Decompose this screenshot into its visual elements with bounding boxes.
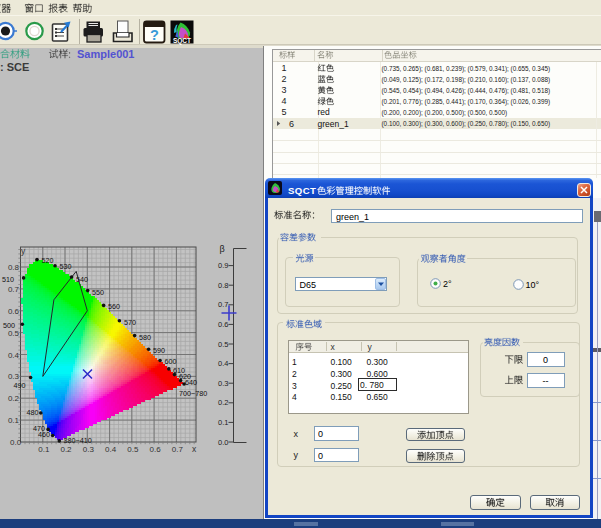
svg-text:SQCT: SQCT (173, 37, 191, 45)
svg-text:?: ? (150, 27, 159, 43)
